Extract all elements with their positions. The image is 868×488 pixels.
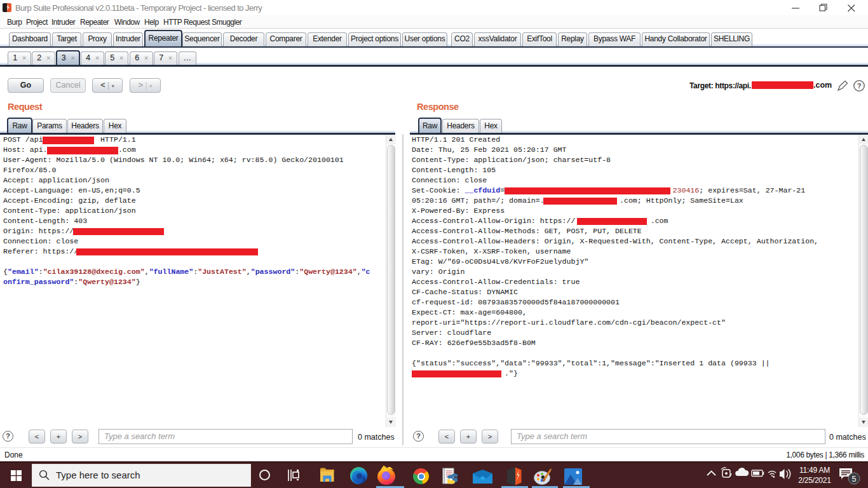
svg-text:5: 5 <box>852 475 857 484</box>
svg-text:?: ? <box>857 82 862 90</box>
